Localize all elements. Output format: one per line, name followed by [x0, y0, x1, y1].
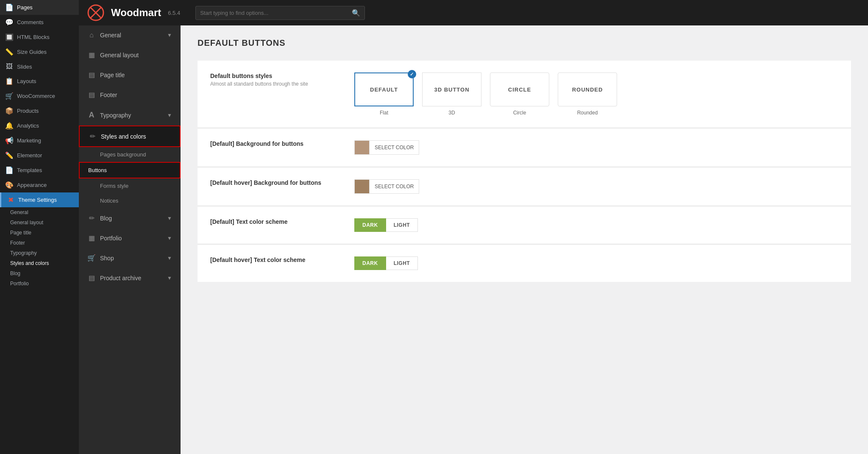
- subnav-item-page-title[interactable]: ▤ Page title: [79, 65, 181, 85]
- settings-label: [Default hover] Text color scheme: [210, 256, 337, 265]
- sidebar-item-analytics[interactable]: 🔔 Analytics: [0, 118, 79, 133]
- theme-settings-icon: ✖: [6, 196, 15, 204]
- search-bar[interactable]: 🔍: [195, 6, 365, 20]
- sidebar-item-label: WooCommerce: [17, 93, 55, 99]
- submenu-item-blog[interactable]: Blog: [5, 268, 79, 279]
- subnav-child-buttons[interactable]: Buttons: [79, 162, 181, 178]
- search-input[interactable]: [200, 10, 348, 16]
- submenu-item-page-title[interactable]: Page title: [5, 228, 79, 238]
- section-title: DEFAULT BUTTONS: [198, 38, 851, 48]
- btn-style-box-circle[interactable]: CIRCLE: [490, 72, 549, 106]
- sidebar-item-label: Analytics: [17, 123, 39, 129]
- dark-light-control: DARK LIGHT: [354, 218, 418, 232]
- subnav-label: Shop: [100, 255, 114, 262]
- sidebar-item-layouts[interactable]: 📋 Layouts: [0, 74, 79, 89]
- subnav-item-shop[interactable]: 🛒 Shop ▼: [79, 248, 181, 268]
- light-toggle-button[interactable]: LIGHT: [386, 256, 418, 270]
- button-style-default[interactable]: DEFAULT ✓ Flat: [354, 72, 414, 116]
- dark-toggle-button[interactable]: DARK: [354, 256, 386, 270]
- color-select-btn[interactable]: SELECT COLOR: [354, 140, 419, 155]
- sidebar-item-slides[interactable]: 🖼 Slides: [0, 59, 79, 74]
- sidebar-item-templates[interactable]: 📄 Templates: [0, 163, 79, 178]
- slides-icon: 🖼: [5, 63, 14, 70]
- button-style-rounded[interactable]: ROUNDED Rounded: [558, 72, 617, 116]
- appearance-icon: 🎨: [5, 181, 14, 189]
- sidebar-item-label: Products: [17, 108, 39, 114]
- settings-label: [Default hover] Background for buttons: [210, 179, 337, 188]
- dark-light-toggle: DARK LIGHT: [354, 218, 418, 232]
- submenu-item-typography[interactable]: Typography: [5, 248, 79, 258]
- subnav-item-typography[interactable]: A Typography ▼: [79, 105, 181, 125]
- color-select-control: SELECT COLOR: [354, 140, 419, 155]
- html-blocks-icon: 🔲: [5, 33, 14, 41]
- light-toggle-button[interactable]: LIGHT: [386, 218, 418, 232]
- pages-icon: 📄: [5, 3, 14, 11]
- subnav-child-pages-background[interactable]: Pages background: [79, 147, 181, 162]
- subnav-item-portfolio[interactable]: ▦ Portfolio ▼: [79, 228, 181, 248]
- typography-icon: A: [87, 111, 96, 120]
- color-select-control: SELECT COLOR: [354, 179, 419, 194]
- subnav-item-product-archive[interactable]: ▤ Product archive ▼: [79, 268, 181, 288]
- chevron-down-icon: ▼: [167, 112, 172, 118]
- elementor-icon: ✏️: [5, 151, 14, 159]
- subnav-item-general-layout[interactable]: ▦ General layout: [79, 45, 181, 65]
- submenu-item-styles-and-colors[interactable]: Styles and colors: [5, 258, 79, 268]
- settings-row-bg-buttons: [Default] Background for buttons SELECT …: [198, 128, 851, 167]
- btn-sublabel-flat: Flat: [380, 110, 388, 116]
- color-swatch[interactable]: [354, 140, 370, 155]
- dark-light-control: DARK LIGHT: [354, 256, 418, 270]
- subnav-label: Typography: [100, 112, 131, 119]
- settings-label: [Default] Text color scheme: [210, 218, 337, 227]
- chevron-down-icon: ▼: [167, 215, 172, 221]
- sidebar-item-comments[interactable]: 💬 Comments: [0, 15, 79, 30]
- submenu-item-footer[interactable]: Footer: [5, 238, 79, 248]
- subnav-child-forms-style[interactable]: Forms style: [79, 178, 181, 193]
- subnav-label: Portfolio: [100, 235, 122, 242]
- btn-style-box-3d[interactable]: 3D BUTTON: [422, 72, 481, 106]
- sidebar-item-marketing[interactable]: 📢 Marketing: [0, 133, 79, 148]
- button-style-3d[interactable]: 3D BUTTON 3D: [422, 72, 481, 116]
- color-swatch[interactable]: [354, 179, 370, 194]
- sidebar-item-theme-settings[interactable]: ✖ Theme Settings: [0, 192, 79, 207]
- submenu-item-portfolio[interactable]: Portfolio: [5, 279, 79, 289]
- sidebar-item-label: Templates: [17, 167, 42, 173]
- subnav-label: Product archive: [100, 275, 141, 281]
- button-style-circle[interactable]: CIRCLE Circle: [490, 72, 549, 116]
- subnav-item-styles-and-colors[interactable]: ✏ Styles and colors: [79, 125, 181, 147]
- btn-style-box-rounded[interactable]: ROUNDED: [558, 72, 617, 106]
- btn-style-box-default[interactable]: DEFAULT ✓: [354, 72, 414, 106]
- subnav-item-blog[interactable]: ✏ Blog ▼: [79, 208, 181, 228]
- wp-admin-sidebar: 📄 Pages 💬 Comments 🔲 HTML Blocks 📏 Size …: [0, 0, 79, 454]
- subnav-child-notices[interactable]: Notices: [79, 193, 181, 208]
- templates-icon: 📄: [5, 166, 14, 174]
- select-color-button[interactable]: SELECT COLOR: [370, 179, 419, 194]
- sidebar-item-html-blocks[interactable]: 🔲 HTML Blocks: [0, 30, 79, 45]
- theme-settings-submenu: General General layout Page title Footer…: [0, 207, 79, 289]
- btn-sublabel-3d: 3D: [448, 110, 455, 116]
- label-title: [Default hover] Text color scheme: [210, 256, 337, 263]
- chevron-down-icon: ▼: [167, 255, 172, 261]
- sidebar-item-size-guides[interactable]: 📏 Size Guides: [0, 45, 79, 59]
- subnav-item-footer[interactable]: ▤ Footer: [79, 85, 181, 105]
- version-label: 6.5.4: [168, 10, 180, 16]
- sidebar-item-products[interactable]: 📦 Products: [0, 103, 79, 118]
- color-select-btn[interactable]: SELECT COLOR: [354, 179, 419, 194]
- subnav-item-general[interactable]: ⌂ General ▼: [79, 25, 181, 45]
- settings-row-text-color-scheme: [Default] Text color scheme DARK LIGHT: [198, 206, 851, 244]
- sidebar-item-label: Elementor: [17, 152, 42, 159]
- sidebar-item-appearance[interactable]: 🎨 Appearance: [0, 178, 79, 192]
- select-color-button[interactable]: SELECT COLOR: [370, 140, 419, 155]
- footer-icon: ▤: [87, 91, 96, 99]
- submenu-item-general-layout[interactable]: General layout: [5, 217, 79, 228]
- sidebar-item-pages[interactable]: 📄 Pages: [0, 0, 79, 15]
- submenu-item-general[interactable]: General: [5, 207, 79, 217]
- subnav-label: General: [100, 32, 121, 39]
- main-content-panel: DEFAULT BUTTONS Default buttons styles A…: [181, 25, 868, 454]
- sidebar-item-woocommerce[interactable]: 🛒 WooCommerce: [0, 89, 79, 103]
- sidebar-item-label: Theme Settings: [18, 197, 57, 203]
- product-archive-icon: ▤: [87, 274, 96, 282]
- dark-toggle-button[interactable]: DARK: [354, 218, 386, 232]
- analytics-icon: 🔔: [5, 122, 14, 130]
- woodmart-logo: [87, 4, 104, 21]
- sidebar-item-elementor[interactable]: ✏️ Elementor: [0, 148, 79, 163]
